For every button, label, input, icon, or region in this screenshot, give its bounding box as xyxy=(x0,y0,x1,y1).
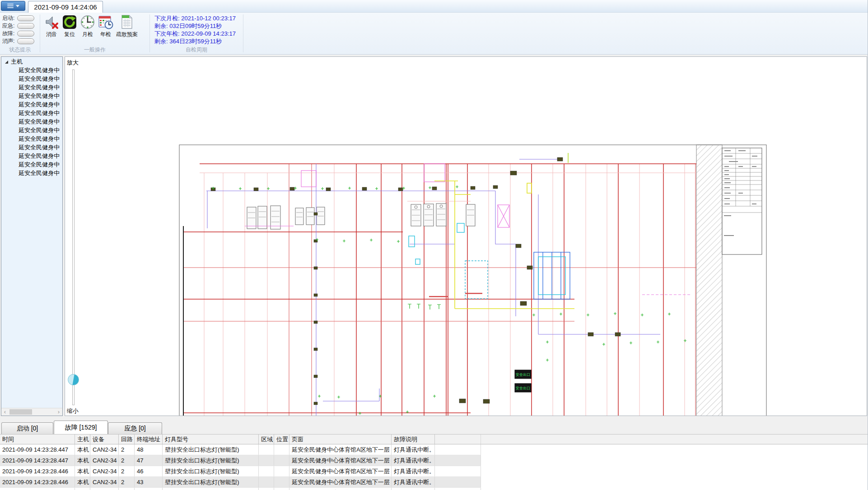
cell-page: 延安全民健身中心体育馆A区地下一层 xyxy=(289,488,392,490)
current-time-tab[interactable]: 2021-09-09 14:24:06 xyxy=(28,1,103,13)
plan-viewport[interactable]: 放大 缩小 .rs{stroke:#c92a2a;stroke-width:1.… xyxy=(65,56,867,416)
tab-start-events[interactable]: 启动 [0] xyxy=(1,422,53,434)
fault-table-row[interactable]: 2021-09-09 14:23:28.447本机CAN2-34248壁挂安全出… xyxy=(0,444,481,455)
tree-item-station[interactable]: 延安全民健身中 xyxy=(1,152,62,160)
scroll-right-arrow-icon[interactable]: › xyxy=(55,408,62,416)
cell-area xyxy=(259,477,274,487)
cell-fault-description: 灯具通讯中断。 xyxy=(392,466,435,476)
column-header-terminal-address[interactable]: 终端地址 xyxy=(135,435,163,444)
fault-table-row[interactable]: 2021-09-09 14:23:28.446本机CAN2-34246壁挂安全出… xyxy=(0,466,481,477)
evacuation-plan-button-label: 疏散预案 xyxy=(116,31,138,38)
column-header-area[interactable]: 区域 xyxy=(259,435,274,444)
status-label: 消声: xyxy=(2,37,17,45)
tree-item-station[interactable]: 延安全民健身中 xyxy=(1,160,62,169)
cell-loop: 2 xyxy=(119,477,135,487)
cell-loop: 2 xyxy=(119,466,135,476)
cell-device: CAN2-34 xyxy=(90,477,119,487)
fault-table-row[interactable]: 2021-09-09 14:23:28.445本机CAN2-34242壁挂安全出… xyxy=(0,488,481,490)
column-header-device[interactable]: 设备 xyxy=(90,435,119,444)
column-header-page[interactable]: 页面 xyxy=(289,435,392,444)
status-indicator-lamp xyxy=(17,31,34,37)
status-row: 消声: xyxy=(2,37,40,45)
tab-emergency-events[interactable]: 应急 [0] xyxy=(108,422,162,434)
cell-device: CAN2-34 xyxy=(90,444,119,455)
annual-check-calendar-icon xyxy=(98,14,113,30)
tree-horizontal-scrollbar[interactable]: ‹ › xyxy=(1,408,62,416)
status-row: 应急: xyxy=(2,22,40,30)
column-header-location[interactable]: 位置 xyxy=(274,435,289,444)
cell-empty xyxy=(435,488,481,490)
zoom-slider-track[interactable] xyxy=(72,69,75,405)
cell-terminal-address: 43 xyxy=(135,477,163,487)
monthly-check-button-label: 月检 xyxy=(82,31,93,38)
cell-lamp-model: 壁挂安全出口标志灯(智能型) xyxy=(163,488,259,490)
tree-item-station[interactable]: 延安全民健身中 xyxy=(1,92,62,100)
tab-fault-label: 故障 [1529] xyxy=(65,424,97,432)
tab-fault-events[interactable]: 故障 [1529] xyxy=(54,421,108,434)
cell-location xyxy=(274,477,289,487)
app-menu-button[interactable] xyxy=(1,1,25,11)
column-header-lamp-model[interactable]: 灯具型号 xyxy=(163,435,259,444)
scroll-left-arrow-icon[interactable]: ‹ xyxy=(1,408,9,416)
cell-page: 延安全民健身中心体育馆A区地下一层 xyxy=(289,444,392,455)
tree-item-station[interactable]: 延安全民健身中 xyxy=(1,169,62,177)
cell-location xyxy=(274,466,289,476)
cell-host: 本机 xyxy=(75,455,90,466)
status-hint-group: 启动: 应急: 故障: 消声: 状态提示 xyxy=(0,13,40,54)
table-body: 2021-09-09 14:23:28.447本机CAN2-34248壁挂安全出… xyxy=(0,444,868,490)
column-header-host[interactable]: 主机 xyxy=(75,435,90,444)
status-indicator-lamp xyxy=(17,38,34,44)
cell-device: CAN2-34 xyxy=(90,455,119,466)
tree-root-host[interactable]: 主机 xyxy=(1,57,62,66)
tree-item-station[interactable]: 延安全民健身中 xyxy=(1,117,62,126)
exit-sign-text: 安全出口 xyxy=(516,386,530,390)
cell-location xyxy=(274,444,289,455)
cell-time: 2021-09-09 14:23:28.447 xyxy=(0,455,75,466)
monthly-check-button[interactable]: 月检 xyxy=(80,14,95,38)
tree-item-station[interactable]: 延安全民健身中 xyxy=(1,134,62,143)
zoom-in-label[interactable]: 放大 xyxy=(67,59,79,67)
cell-area xyxy=(259,466,274,476)
tree-item-station[interactable]: 延安全民健身中 xyxy=(1,66,62,74)
current-time-text: 2021-09-09 14:24:06 xyxy=(34,3,97,11)
tree-expander-icon[interactable] xyxy=(4,60,9,64)
cell-fault-description: 灯具通讯中断。 xyxy=(392,488,435,490)
tree-item-station[interactable]: 延安全民健身中 xyxy=(1,100,62,109)
column-header-fault-description[interactable]: 故障说明 xyxy=(392,435,435,444)
cell-fault-description: 灯具通讯中断。 xyxy=(392,444,435,455)
floor-plan-drawing: .rs{stroke:#c92a2a;stroke-width:1.5}.rm{… xyxy=(79,57,867,416)
column-header-time[interactable]: 时间 xyxy=(0,435,75,444)
mute-button[interactable]: 消音 xyxy=(44,14,59,38)
cell-device: CAN2-34 xyxy=(90,488,119,490)
annual-check-button[interactable]: 年检 xyxy=(98,14,113,38)
fault-event-table: 时间主机设备回路终端地址灯具型号区域位置页面故障说明 2021-09-09 14… xyxy=(0,434,868,490)
actions-group-caption: 一般操作 xyxy=(40,46,149,54)
reset-icon xyxy=(62,14,77,30)
tree-item-station[interactable]: 延安全民健身中 xyxy=(1,74,62,83)
cell-time: 2021-09-09 14:23:28.446 xyxy=(0,466,75,476)
mute-speaker-icon xyxy=(44,14,59,30)
cell-lamp-model: 壁挂安全出口标志灯(智能型) xyxy=(163,444,259,455)
reset-button[interactable]: 复位 xyxy=(62,14,77,38)
cell-host: 本机 xyxy=(75,466,90,476)
zoom-slider-thumb[interactable] xyxy=(68,374,79,385)
evacuation-plan-button[interactable]: 疏散预案 xyxy=(116,14,138,38)
tree-item-station[interactable]: 延安全民健身中 xyxy=(1,109,62,117)
fault-table-row[interactable]: 2021-09-09 14:23:28.446本机CAN2-34243壁挂安全出… xyxy=(0,477,481,488)
column-header-loop[interactable]: 回路 xyxy=(119,435,135,444)
tree-item-station[interactable]: 延安全民健身中 xyxy=(1,143,62,152)
selfcheck-group-caption: 自检周期 xyxy=(150,46,243,54)
cell-page: 延安全民健身中心体育馆A区地下一层 xyxy=(289,455,392,466)
zoom-out-label[interactable]: 缩小 xyxy=(67,407,79,415)
tree-item-station[interactable]: 延安全民健身中 xyxy=(1,126,62,134)
column-header-empty xyxy=(435,435,481,444)
fault-table-row[interactable]: 2021-09-09 14:23:28.447本机CAN2-34247壁挂安全出… xyxy=(0,455,481,466)
cell-terminal-address: 47 xyxy=(135,455,163,466)
chevron-down-icon xyxy=(16,5,19,7)
annual-remaining-text: 剩余: 364日23时59分11秒 xyxy=(154,37,243,45)
tree-item-station[interactable]: 延安全民健身中 xyxy=(1,83,62,92)
scrollbar-thumb[interactable] xyxy=(9,409,32,415)
general-operations-group: 消音 复位 月检 xyxy=(40,13,149,54)
next-monthly-check-text: 下次月检: 2021-10-12 00:23:17 xyxy=(154,14,243,22)
cell-empty xyxy=(435,455,481,466)
